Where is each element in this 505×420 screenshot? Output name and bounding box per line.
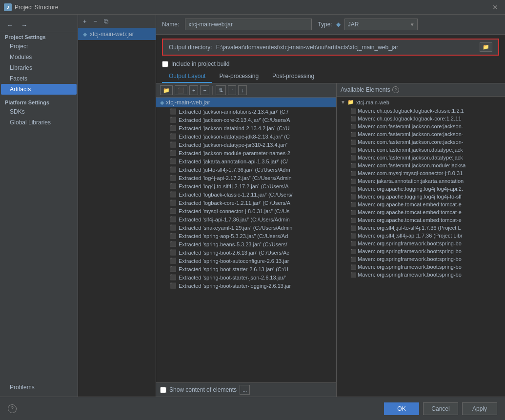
avail-item-2[interactable]: ⬛ Maven: com.fasterxml.jackson.core:jack… — [341, 122, 501, 130]
tree-item-20[interactable]: ⬛ Extracted 'spring-boot-starter-json-2.… — [156, 273, 336, 281]
tree-item-8[interactable]: ⬛ Extracted 'log4j-api-2.17.2.jar/' (C:/… — [156, 174, 336, 182]
apply-button[interactable]: Apply — [462, 402, 497, 415]
avail-item-9[interactable]: ⬛ Maven: jakarta.annotation:jakarta.anno… — [341, 177, 501, 185]
add-artifact-button[interactable]: + — [80, 17, 90, 26]
avail-item-5[interactable]: ⬛ Maven: com.fasterxml.jackson.datatype:… — [341, 146, 501, 154]
avail-item-7[interactable]: ⬛ Maven: com.fasterxml.jackson.module:ja… — [341, 161, 501, 169]
name-label: Name: — [162, 21, 179, 28]
show-content-more-button[interactable]: ... — [240, 385, 250, 395]
remove-button[interactable]: − — [200, 85, 209, 95]
artifact-item[interactable]: ◆ xtcj-main-web:jar — [78, 28, 156, 40]
avail-item-20[interactable]: ⬛ Maven: org.springframework.boot:spring… — [341, 263, 501, 271]
avail-item-icon-20: ⬛ — [350, 264, 356, 270]
sidebar-item-global-libraries[interactable]: Global Libraries — [0, 117, 78, 128]
avail-item-icon-14: ⬛ — [350, 218, 356, 223]
avail-item-4[interactable]: ⬛ Maven: com.fasterxml.jackson.core:jack… — [341, 138, 501, 146]
tab-output-layout[interactable]: Output Layout — [162, 70, 212, 83]
tree-item-10[interactable]: ⬛ Extracted 'logback-classic-1.2.11.jar/… — [156, 190, 336, 199]
extract-button[interactable]: ⬛ — [175, 85, 187, 95]
avail-item-19[interactable]: ⬛ Maven: org.springframework.boot:spring… — [341, 255, 501, 263]
tree-item-7[interactable]: ⬛ Extracted 'jul-to-slf4j-1.7.36.jar/' (… — [156, 165, 336, 174]
avail-item-21[interactable]: ⬛ Maven: org.springframework.boot:spring… — [341, 271, 501, 279]
avail-item-11[interactable]: ⬛ Maven: org.apache.logging.log4j:log4j-… — [341, 193, 501, 200]
forward-button[interactable]: → — [18, 20, 30, 30]
avail-item-13[interactable]: ⬛ Maven: org.apache.tomcat.embed:tomcat-… — [341, 208, 501, 216]
type-select: Type: ◆ JAR WAR EAR ▼ — [318, 19, 417, 30]
tree-item-2[interactable]: ⬛ Extracted 'jackson-databind-2.13.4.2.j… — [156, 124, 336, 132]
avail-item-14[interactable]: ⬛ Maven: org.apache.tomcat.embed:tomcat-… — [341, 216, 501, 224]
tree-item-9[interactable]: ⬛ Extracted 'log4j-to-slf4j-2.17.2.jar/'… — [156, 182, 336, 190]
tree-item-12[interactable]: ⬛ Extracted 'mysql-connector-j-8.0.31.ja… — [156, 207, 336, 215]
tab-post-processing[interactable]: Post-processing — [265, 70, 321, 83]
avail-item-12[interactable]: ⬛ Maven: org.apache.tomcat.embed:tomcat-… — [341, 200, 501, 208]
type-dropdown[interactable]: JAR WAR EAR — [344, 19, 418, 30]
sidebar-item-artifacts[interactable]: Artifacts — [1, 84, 77, 95]
avail-item-0[interactable]: ⬛ Maven: ch.qos.logback:logback-classic:… — [341, 107, 501, 115]
sidebar-item-modules[interactable]: Modules — [0, 52, 78, 62]
cancel-button[interactable]: Cancel — [423, 402, 458, 415]
sort-button[interactable]: ⇅ — [216, 85, 226, 95]
tree-item-13[interactable]: ⬛ Extracted 'slf4j-api-1.7.36.jar/' (C:/… — [156, 215, 336, 223]
close-button[interactable]: ✕ — [489, 2, 501, 12]
footer: ? OK Cancel Apply — [0, 397, 505, 420]
tree-root-item[interactable]: ◆ xtcj-main-web.jar — [156, 98, 336, 107]
platform-settings-section: Platform Settings — [0, 95, 78, 106]
copy-artifact-button[interactable]: ⧉ — [101, 17, 111, 26]
avail-item-18[interactable]: ⬛ Maven: org.springframework.boot:spring… — [341, 247, 501, 255]
sidebar-item-project[interactable]: Project — [0, 41, 78, 52]
tree-item-19[interactable]: ⬛ Extracted 'spring-boot-starter-2.6.13.… — [156, 265, 336, 273]
show-content-checkbox[interactable] — [160, 387, 166, 393]
avail-item-17[interactable]: ⬛ Maven: org.springframework.boot:spring… — [341, 240, 501, 247]
tree-item-21[interactable]: ⬛ Extracted 'spring-boot-starter-logging… — [156, 281, 336, 290]
output-dir-browse-button[interactable]: 📁 — [480, 42, 492, 52]
avail-item-16[interactable]: ⬛ Maven: org.slf4j:slf4j-api:1.7.36 (Pro… — [341, 232, 501, 240]
sidebar-item-facets[interactable]: Facets — [0, 73, 78, 84]
type-dropdown-wrapper: JAR WAR EAR ▼ — [344, 19, 418, 30]
tree-item-11[interactable]: ⬛ Extracted 'logback-core-1.2.11.jar/' (… — [156, 199, 336, 207]
extract-icon-10: ⬛ — [170, 191, 177, 198]
center-panel: Name: Type: ◆ JAR WAR EAR ▼ Output direc… — [156, 15, 505, 397]
avail-item-6[interactable]: ⬛ Maven: com.fasterxml.jackson.datatype:… — [341, 154, 501, 161]
tree-item-3[interactable]: ⬛ Extracted 'jackson-datatype-jdk8-2.13.… — [156, 132, 336, 140]
sidebar-item-sdks[interactable]: SDKs — [0, 106, 78, 117]
avail-item-3[interactable]: ⬛ Maven: com.fasterxml.jackson.core:jack… — [341, 130, 501, 138]
available-help-icon[interactable]: ? — [392, 86, 399, 93]
avail-item-15[interactable]: ⬛ Maven: org.slf4j:jul-to-slf4j:1.7.36 (… — [341, 224, 501, 232]
tree-item-16[interactable]: ⬛ Extracted 'spring-beans-5.3.23.jar/' (… — [156, 240, 336, 248]
split-toolbar: + − ⧉ — [78, 15, 156, 28]
tree-item-18[interactable]: ⬛ Extracted 'spring-boot-autoconfigure-2… — [156, 257, 336, 265]
avail-item-1[interactable]: ⬛ Maven: ch.qos.logback:logback-core:1.2… — [341, 115, 501, 122]
move-down-button[interactable]: ↓ — [238, 85, 247, 95]
sidebar-item-libraries[interactable]: Libraries — [0, 62, 78, 73]
name-input[interactable] — [185, 19, 312, 30]
tree-item-15[interactable]: ⬛ Extracted 'spring-aop-5.3.23.jar/' (C:… — [156, 232, 336, 240]
extract-icon-1: ⬛ — [170, 117, 177, 123]
new-folder-button[interactable]: 📁 — [160, 85, 173, 95]
help-button[interactable]: ? — [8, 404, 17, 413]
include-row: Include in project build — [156, 60, 505, 70]
window-title: Project Structure — [15, 4, 58, 11]
avail-item-10[interactable]: ⬛ Maven: org.apache.logging.log4j:log4j-… — [341, 185, 501, 193]
tree-item-1[interactable]: ⬛ Extracted 'jackson-core-2.13.4.jar/' (… — [156, 116, 336, 124]
move-up-button[interactable]: ↑ — [228, 85, 237, 95]
ok-button[interactable]: OK — [384, 402, 419, 415]
output-dir-input[interactable] — [216, 44, 476, 51]
add-copy-button[interactable]: + — [189, 85, 198, 95]
include-checkbox[interactable] — [162, 61, 168, 67]
tree-item-17[interactable]: ⬛ Extracted 'spring-boot-2.6.13.jar/' (C… — [156, 248, 336, 257]
sidebar-item-problems[interactable]: Problems — [0, 382, 78, 393]
content-area: 📁 ⬛ + − ⇅ ↑ ↓ ◆ xtcj-main-web.jar ⬛ — [156, 83, 505, 397]
avail-item-icon-7: ⬛ — [350, 163, 356, 168]
tree-item-6[interactable]: ⬛ Extracted 'jakarta.annotation-api-1.3.… — [156, 157, 336, 165]
avail-group-header[interactable]: ▼ 📁 xtcj-main-web — [341, 98, 501, 107]
back-button[interactable]: ← — [4, 20, 16, 30]
tab-pre-processing[interactable]: Pre-processing — [212, 70, 265, 83]
tree-item-14[interactable]: ⬛ Extracted 'snakeyaml-1.29.jar/' (C:/Us… — [156, 223, 336, 232]
remove-artifact-button[interactable]: − — [91, 17, 101, 26]
tree-item-5[interactable]: ⬛ Extracted 'jackson-module-parameter-na… — [156, 149, 336, 157]
avail-item-8[interactable]: ⬛ Maven: com.mysql:mysql-connector-j:8.0… — [341, 169, 501, 177]
extract-icon-18: ⬛ — [170, 258, 177, 264]
tree-item-0[interactable]: ⬛ Extracted 'jackson-annotations-2.13.4.… — [156, 107, 336, 116]
artifact-icon: ◆ — [83, 31, 87, 38]
tree-item-4[interactable]: ⬛ Extracted 'jackson-datatype-jsr310-2.1… — [156, 140, 336, 149]
